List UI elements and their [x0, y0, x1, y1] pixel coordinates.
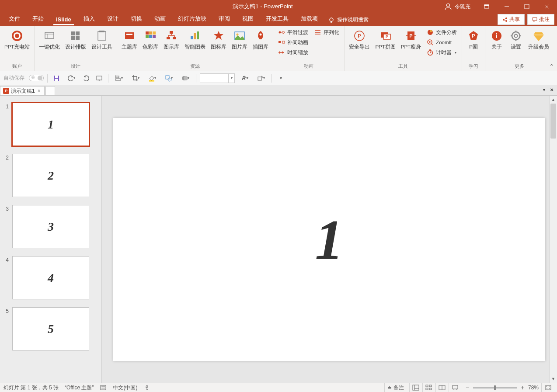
- layout-button[interactable]: 设计排版 ▾: [63, 27, 89, 50]
- theme-lib-button[interactable]: 主题库: [119, 27, 140, 50]
- document-tab[interactable]: P 演示文稿1 ×: [0, 86, 45, 95]
- smooth-transition-button[interactable]: 平滑过渡: [277, 28, 310, 37]
- eyedropper-text-button[interactable]: A▾: [237, 73, 251, 83]
- user-account[interactable]: 令狐充: [438, 0, 477, 13]
- tab-islide[interactable]: iSlide: [50, 14, 77, 26]
- save-button[interactable]: [51, 73, 62, 83]
- zoom-slider-handle[interactable]: [494, 385, 496, 390]
- spellcheck-button[interactable]: [100, 385, 107, 391]
- tab-transitions[interactable]: 切换: [125, 12, 148, 26]
- start-from-beginning-button[interactable]: [94, 73, 104, 83]
- reading-view-button[interactable]: [435, 383, 449, 392]
- slide-thumbnail-4[interactable]: 4: [12, 256, 89, 299]
- svg-rect-25: [76, 36, 80, 40]
- autosave-toggle[interactable]: 关: [29, 75, 44, 81]
- minimize-button[interactable]: [497, 0, 517, 13]
- tab-home[interactable]: 开始: [26, 12, 50, 26]
- export-button[interactable]: P 安全导出: [346, 27, 372, 50]
- slide-thumbnail-1[interactable]: 1: [12, 103, 89, 146]
- play-icon: [96, 75, 103, 82]
- tab-insert[interactable]: 插入: [77, 12, 101, 26]
- smart-chart-button[interactable]: 智能图表: [182, 27, 208, 50]
- optimize-button[interactable]: 一键优化 ▾: [36, 27, 63, 50]
- eyedropper-shape-button[interactable]: ▾: [254, 73, 268, 83]
- redo-button[interactable]: [81, 73, 91, 83]
- tell-me-search[interactable]: 操作说明搜索: [324, 16, 373, 26]
- icon-lib-button[interactable]: 图标库: [208, 27, 229, 50]
- zoomit-button[interactable]: ZoomIt: [425, 38, 458, 47]
- diagram-lib-button[interactable]: 图示库: [161, 27, 182, 50]
- sorter-view-button[interactable]: [422, 383, 435, 392]
- merge-shapes-button[interactable]: ▾: [178, 73, 192, 83]
- tab-view[interactable]: 视图: [236, 12, 260, 26]
- undo-button[interactable]: ▾: [64, 73, 78, 83]
- slideshow-view-button[interactable]: [449, 383, 462, 392]
- language-button[interactable]: 中文(中国): [113, 384, 137, 392]
- image-lib-button[interactable]: 图片库: [229, 27, 250, 50]
- scroll-up-button[interactable]: ▲: [550, 96, 557, 104]
- tab-menu-button[interactable]: ▾: [540, 86, 547, 93]
- timescale-button[interactable]: 时间缩放: [277, 48, 310, 57]
- ppt-join-button[interactable]: P PPT拼图: [372, 27, 398, 50]
- slide-canvas[interactable]: 1: [113, 118, 545, 361]
- zoom-out-button[interactable]: −: [464, 384, 470, 391]
- color-lib-button[interactable]: 色彩库: [140, 27, 161, 50]
- zoom-in-button[interactable]: +: [519, 384, 526, 391]
- crop-button[interactable]: ▾: [129, 73, 143, 83]
- timer-button[interactable]: 计时器▾: [425, 48, 458, 57]
- scroll-down-button[interactable]: ▼: [550, 375, 557, 383]
- illustration-lib-button[interactable]: 插图库: [250, 27, 271, 50]
- ribbon-display-button[interactable]: [477, 0, 497, 13]
- tab-file[interactable]: 文件: [3, 12, 26, 26]
- fit-to-window-button[interactable]: [541, 383, 554, 392]
- tab-review[interactable]: 审阅: [212, 12, 236, 26]
- settings-button[interactable]: 设置 ▾: [506, 27, 526, 50]
- tab-devtools[interactable]: 开发工具: [260, 12, 295, 26]
- zoom-slider[interactable]: [473, 387, 517, 389]
- close-pane-button[interactable]: ✕: [548, 86, 555, 93]
- slide-thumbnail-row: 1 1: [0, 102, 101, 153]
- tab-addins[interactable]: 加载项: [295, 12, 324, 26]
- tab-slideshow[interactable]: 幻灯片放映: [172, 12, 212, 26]
- shape-button[interactable]: ▾: [162, 73, 176, 83]
- slide-canvas-area[interactable]: 1 ▲ ▼: [101, 96, 557, 383]
- design-tools-button[interactable]: 设计工具: [89, 27, 115, 50]
- notes-button[interactable]: ≐ 备注: [384, 383, 407, 392]
- file-analysis-button[interactable]: 文件分析: [425, 28, 458, 37]
- tween-button[interactable]: 补间动画: [277, 38, 310, 47]
- qat-customize-button[interactable]: ▾: [275, 73, 286, 83]
- collapse-ribbon-button[interactable]: ⌃: [549, 63, 554, 70]
- slide-thumbnail-panel[interactable]: 1 1 2 2 3 3 4 4 5 5: [0, 96, 101, 383]
- upgrade-button[interactable]: 升级会员: [526, 27, 552, 50]
- font-selector[interactable]: ▾: [200, 73, 235, 83]
- ppt-station-button[interactable]: PPT充电站 ▾: [2, 27, 32, 50]
- maximize-button[interactable]: [517, 0, 537, 13]
- chevron-down-icon: ▾: [171, 76, 173, 80]
- theme-indicator[interactable]: “Office 主题”: [65, 384, 94, 392]
- slide-thumbnail-2[interactable]: 2: [12, 154, 89, 197]
- scrollbar-thumb[interactable]: [550, 104, 556, 139]
- ppt-slim-button[interactable]: P PPT瘦身: [398, 27, 424, 50]
- fill-color-button[interactable]: ▾: [145, 73, 159, 83]
- svg-rect-2: [484, 5, 489, 6]
- svg-point-114: [146, 385, 148, 387]
- close-button[interactable]: [537, 0, 557, 13]
- share-button[interactable]: 共享: [498, 14, 525, 25]
- pquan-button[interactable]: P P圈: [464, 27, 483, 50]
- zoom-percent[interactable]: 78%: [528, 385, 539, 391]
- normal-view-button[interactable]: [409, 383, 422, 392]
- slide-thumbnail-5[interactable]: 5: [12, 307, 89, 350]
- tab-animations[interactable]: 动画: [148, 12, 172, 26]
- about-button[interactable]: i 关于: [487, 27, 506, 50]
- slide-thumbnail-3[interactable]: 3: [12, 205, 89, 248]
- align-button[interactable]: ▾: [112, 73, 126, 83]
- comments-button[interactable]: 批注: [527, 14, 554, 25]
- sequence-button[interactable]: 序列化: [313, 28, 341, 37]
- close-tab-button[interactable]: ×: [37, 88, 42, 94]
- new-document-tab[interactable]: [45, 86, 55, 95]
- svg-point-12: [505, 20, 507, 22]
- vertical-scrollbar[interactable]: ▲ ▼: [549, 96, 557, 383]
- slide-counter[interactable]: 幻灯片 第 1 张，共 5 张: [3, 384, 59, 392]
- accessibility-button[interactable]: [143, 385, 150, 391]
- tab-design[interactable]: 设计: [101, 12, 125, 26]
